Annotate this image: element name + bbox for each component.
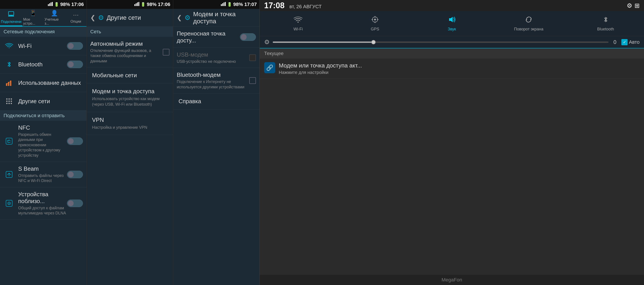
battery-percent-2: 98%: [147, 2, 156, 7]
other-networks-item[interactable]: Другие сети: [0, 92, 86, 111]
svg-rect-28: [221, 4, 222, 6]
nearby-title: Устройства поблизо...: [18, 191, 67, 205]
sbeam-item[interactable]: S Beam Отправить файлы через NFC и Wi-Fi…: [0, 162, 86, 187]
bluetooth-icon: [4, 59, 15, 70]
sbeam-subtitle: Отправить файлы через NFC и Wi-Fi Direct: [18, 173, 67, 184]
other-networks-icon: [4, 96, 15, 107]
nearby-toggle[interactable]: [67, 199, 83, 207]
data-usage-icon: [4, 77, 15, 88]
panel2-header: ❮ ⚙ Другие сети: [87, 9, 173, 27]
svg-point-10: [6, 98, 8, 100]
help-item[interactable]: Справка: [173, 93, 260, 109]
panel3-list: Переносная точка досту... USB-модем USB-…: [173, 27, 260, 285]
nearby-subtitle: Общий доступ к файлам мультимедиа через …: [18, 205, 67, 216]
tethering-title: Модем и точка доступа: [92, 88, 168, 95]
nearby-content: Устройства поблизо... Общий доступ к фай…: [18, 191, 67, 216]
nfc-subtitle: Разрешить обмен данными при прикосновени…: [18, 132, 67, 158]
signal-icon-1: [48, 2, 53, 7]
panel3-header-title: Модем и точка доступа: [193, 11, 256, 25]
brightness-fill: [273, 42, 374, 43]
brightness-thumb: [371, 40, 376, 44]
svg-marker-38: [449, 17, 452, 22]
bluetooth-content: Bluetooth: [18, 61, 67, 68]
help-title: Справка: [178, 98, 254, 105]
svg-point-17: [8, 103, 10, 104]
auto-brightness[interactable]: ✓ Авто: [622, 39, 640, 45]
tab-options[interactable]: ⋯ Опции: [65, 9, 86, 26]
tethering-item[interactable]: Модем и точка доступа Использовать устро…: [87, 84, 173, 112]
notif-tethering-subtitle: Нажмите для настройки: [279, 70, 640, 75]
tethering-subtitle: Использовать устройство как модем (через…: [92, 96, 168, 107]
hotspot-toggle[interactable]: [240, 33, 256, 41]
panel-notifications: 17:08 вт, 26 АВГУСТ ⚙ ⊞ Wi-Fi: [260, 0, 644, 285]
nearby-item[interactable]: Устройства поблизо... Общий доступ к фай…: [0, 187, 86, 220]
wifi-toggle-knob: [68, 43, 74, 49]
hotspot-toggle-knob: [241, 34, 246, 40]
panel2-list: Сеть Автономный режим Отключение функций…: [87, 27, 173, 285]
settings-icon[interactable]: ⚙: [627, 2, 632, 9]
svg-rect-5: [8, 16, 14, 17]
bt-modem-item[interactable]: Bluetooth-модем Подключение к Интернету …: [173, 68, 260, 93]
notif-status-right: ⚙ ⊞: [627, 2, 640, 9]
carrier-footer: MegaFon: [260, 275, 644, 285]
grid-icon[interactable]: ⊞: [634, 2, 640, 9]
mobile-title: Мобильные сети: [92, 72, 168, 79]
vpn-subtitle: Настройка и управление VPN: [92, 125, 168, 130]
hotspot-item[interactable]: Переносная точка досту...: [173, 27, 260, 48]
sbeam-title: S Beam: [18, 165, 67, 172]
settings-list: Wi-Fi Bluetooth: [0, 37, 86, 285]
usb-modem-item[interactable]: USB-модем USB-устройство не подключено: [173, 48, 260, 68]
qs-bluetooth-icon: [602, 16, 610, 26]
bluetooth-toggle[interactable]: [67, 61, 83, 68]
other-networks-content: Другие сети: [18, 98, 83, 105]
panel2-header-title: Другие сети: [107, 14, 141, 21]
bluetooth-item[interactable]: Bluetooth: [0, 55, 86, 74]
tab-accounts[interactable]: 👤 Учетные з...: [44, 9, 65, 26]
qs-rotate[interactable]: Поворот экрана: [490, 13, 567, 34]
qs-wifi-label: Wi-Fi: [294, 27, 303, 32]
nfc-toggle[interactable]: [67, 137, 83, 145]
signal-icon-2: [134, 2, 139, 7]
wifi-toggle[interactable]: [67, 42, 83, 50]
brightness-slider[interactable]: [273, 42, 608, 43]
battery-icon-3: 🔋: [227, 2, 232, 7]
svg-rect-25: [136, 3, 136, 6]
other-networks-title: Другие сети: [18, 98, 83, 105]
panel3-header: ❮ ⚙ Модем и точка доступа: [173, 9, 260, 27]
vpn-item[interactable]: VPN Настройка и управление VPN: [87, 112, 173, 135]
usb-modem-checkbox[interactable]: [249, 54, 256, 61]
connect-section-header: Подключиться и отправить: [0, 111, 86, 121]
back-button-2[interactable]: ❮: [90, 14, 95, 21]
nfc-item[interactable]: NFC Разрешить обмен данными при прикосно…: [0, 121, 86, 162]
wifi-item[interactable]: Wi-Fi: [0, 37, 86, 55]
battery-percent-1: 98%: [60, 2, 70, 7]
back-button-3[interactable]: ❮: [177, 14, 182, 21]
qs-bluetooth[interactable]: Bluetooth: [567, 13, 644, 34]
notif-tethering[interactable]: 🔗 Модем или точка доступа акт... Нажмите…: [260, 59, 644, 79]
mobile-item[interactable]: Мобильные сети: [87, 68, 173, 84]
notif-tethering-title: Модем или точка доступа акт...: [279, 62, 640, 69]
tab-connections-label: Подключени: [1, 20, 22, 24]
qs-wifi[interactable]: Wi-Fi: [260, 13, 337, 34]
qs-gps[interactable]: GPS: [337, 13, 414, 34]
notif-date: вт, 26 АВГУСТ: [290, 4, 322, 10]
bt-modem-checkbox[interactable]: [249, 77, 256, 84]
time-3: 17:07: [244, 2, 257, 7]
bt-modem-title: Bluetooth-модем: [177, 72, 249, 78]
sbeam-icon: [4, 169, 15, 180]
panel-tethering: 🔋 98% 17:07 ❮ ⚙ Модем и точка доступа Пе…: [173, 0, 260, 285]
nearby-icon: [4, 198, 15, 209]
bluetooth-title: Bluetooth: [18, 61, 67, 68]
sbeam-toggle[interactable]: [67, 171, 83, 178]
airplane-checkbox[interactable]: [163, 49, 170, 56]
data-usage-item[interactable]: Использование данных: [0, 74, 86, 92]
notif-tethering-icon: 🔗: [264, 62, 275, 73]
qs-sound[interactable]: Звук: [413, 13, 490, 34]
vpn-title: VPN: [92, 117, 168, 123]
brightness-icon: ⚙: [264, 38, 270, 46]
airplane-item[interactable]: Автономный режим Отключение функций вызо…: [87, 37, 173, 68]
hotspot-title: Переносная точка досту...: [177, 30, 240, 44]
tab-mydevice[interactable]: 📱 Мое устро...: [22, 9, 44, 26]
brightness-value: 0: [612, 39, 618, 45]
tab-connections[interactable]: Подключени: [0, 9, 22, 26]
